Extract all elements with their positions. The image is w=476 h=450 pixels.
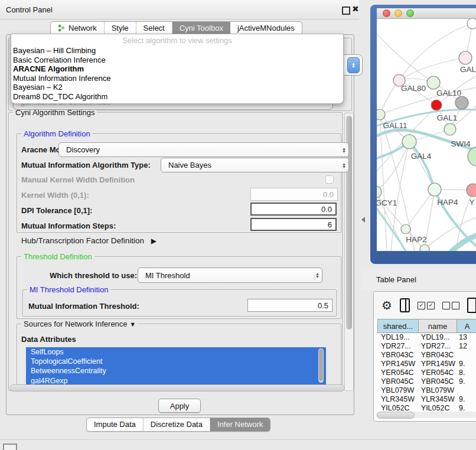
table-header-row: shared... name A — [377, 319, 476, 333]
table-row[interactable]: YDR27...YDR27...12 — [377, 342, 476, 351]
column-header-name[interactable]: name — [419, 319, 457, 333]
network-node[interactable] — [455, 96, 468, 109]
table-cell: YDR27... — [419, 342, 457, 351]
network-node[interactable] — [427, 76, 440, 89]
table-row[interactable]: YPR145WYPR145W9. — [377, 360, 476, 369]
zoom-traffic-light-icon[interactable] — [406, 9, 414, 17]
algorithm-option[interactable]: Dream8 DC_TDC Algorithm — [11, 92, 343, 102]
hub-expander-label: Hub/Transcription Factor Definition — [21, 236, 144, 245]
data-attribute-item[interactable]: SelfLoops — [26, 347, 326, 357]
table-row[interactable]: YBR043CYBR043C — [377, 351, 476, 360]
network-node[interactable] — [401, 224, 410, 234]
column-header-shared-name[interactable]: shared... — [377, 319, 419, 333]
table-cell: YPR145W — [377, 360, 419, 369]
network-node[interactable] — [444, 123, 456, 135]
sources-group-title: Sources for Network Inference ▼ — [21, 319, 138, 328]
deselect-all-checkboxes-icon[interactable] — [442, 302, 459, 309]
table-cell: 9. — [457, 377, 476, 386]
dpi-tolerance-label: DPI Tolerance [0,1]: — [21, 206, 92, 215]
minimized-panel-icon[interactable] — [3, 444, 17, 450]
settings-horizontal-scrollbar[interactable] — [9, 384, 345, 392]
export-table-icon[interactable] — [467, 298, 476, 313]
attributes-scrollbar[interactable] — [318, 348, 324, 383]
network-icon — [58, 24, 66, 32]
table-hscroll-thumb[interactable] — [377, 412, 415, 419]
data-attributes-list[interactable]: SelfLoopsTopologicalCoefficientBetweenne… — [26, 347, 326, 386]
data-attributes-label: Data Attributes — [21, 335, 76, 344]
which-threshold-label: Which threshold to use: — [50, 271, 137, 280]
table-row[interactable]: YER054CYER054C8. — [377, 369, 476, 377]
network-node-label: GCY1 — [376, 198, 397, 207]
network-canvas[interactable]: GALGAL80GAL10GAL1GAL11GAL4SWI4HAP4YGCY1H… — [370, 5, 476, 264]
split-pane-collapse-arrow-icon[interactable] — [361, 217, 365, 223]
tab-select[interactable]: Select — [136, 22, 172, 35]
algorithm-option[interactable]: Bayesian – Hill Climbing — [11, 46, 343, 56]
combobox-spinner-icon[interactable]: ▲▼ — [347, 57, 360, 73]
mi-threshold-field[interactable]: 0.5 — [247, 299, 332, 312]
dpi-tolerance-field[interactable]: 0.0 — [250, 203, 337, 216]
mi-steps-field[interactable]: 6 — [250, 218, 337, 231]
network-node[interactable] — [374, 109, 385, 120]
network-node[interactable] — [420, 244, 429, 254]
close-icon[interactable]: ✖ — [352, 4, 359, 14]
table-row[interactable]: YLR345WYLR345W9. — [377, 395, 476, 404]
network-node[interactable] — [370, 186, 382, 198]
column-header-partial[interactable]: A — [457, 319, 476, 333]
tab-jactivemnodules[interactable]: jActiveMNodules — [230, 22, 302, 35]
algorithm-option[interactable]: ARACNE Algorithm — [11, 64, 343, 74]
close-traffic-light-icon[interactable] — [383, 9, 390, 17]
tab-network[interactable]: Network — [51, 22, 105, 35]
hub-expander[interactable]: Hub/Transcription Factor Definition ▶ — [21, 236, 157, 245]
network-node[interactable] — [431, 100, 442, 110]
tab-style[interactable]: Style — [105, 22, 136, 35]
mi-type-combobox[interactable]: Naive Bayes ▲▼ — [161, 158, 349, 172]
tab-impute-data[interactable]: Impute Data — [87, 418, 144, 431]
tab-infer-network[interactable]: Infer Network — [210, 418, 270, 431]
network-node[interactable] — [428, 183, 441, 196]
algorithm-option[interactable]: Bayesian – K2 — [11, 83, 343, 92]
float-window-icon[interactable] — [342, 6, 350, 15]
attributes-scrollbar-thumb[interactable] — [319, 349, 323, 381]
control-panel-titlebar — [0, 0, 359, 19]
table-row[interactable]: YBL079WYBL079W — [377, 386, 476, 395]
gear-icon[interactable]: ⚙ — [382, 298, 392, 312]
network-node-label: GAL80 — [401, 84, 426, 93]
table-cell: YBR045C — [419, 377, 457, 386]
tab-discretize-data[interactable]: Discretize Data — [144, 418, 210, 431]
data-attribute-item[interactable]: BetweennessCentrality — [26, 366, 326, 376]
table-row[interactable]: YDL19...YDL19...13 — [377, 333, 476, 342]
mi-steps-label: Mutual Information Steps: — [21, 221, 116, 230]
columns-icon[interactable] — [400, 298, 410, 312]
network-window-titlebar[interactable] — [377, 8, 476, 19]
network-node[interactable] — [467, 184, 476, 197]
node-table: shared... name A YDL19...YDL19...13YDR27… — [377, 319, 476, 413]
algorithm-option[interactable]: Mutual Information Inference — [11, 74, 343, 83]
manual-kernel-checkbox[interactable] — [325, 175, 334, 184]
table-rows: YDL19...YDL19...13YDR27...YDR27...12YBR0… — [377, 333, 476, 413]
network-node-label: HAP2 — [406, 235, 426, 244]
table-cell: YDR27... — [377, 342, 419, 351]
expander-down-arrow-icon[interactable]: ▼ — [129, 321, 136, 328]
kernel-width-field[interactable]: 0.0 — [250, 188, 338, 201]
which-threshold-combobox[interactable]: MI Threshold ▲▼ — [138, 268, 322, 283]
combobox-spinner-icon: ▲▼ — [338, 147, 346, 153]
tab-cyni-toolbox[interactable]: Cyni Toolbox — [172, 22, 230, 35]
table-horizontal-scrollbar[interactable] — [376, 412, 476, 418]
select-all-checkboxes-icon[interactable]: ✓✓ — [418, 302, 435, 309]
combobox-spinner-icon: ▲▼ — [312, 272, 319, 278]
network-node[interactable] — [459, 51, 472, 64]
apply-button[interactable]: Apply — [158, 399, 201, 413]
table-cell: YBR043C — [419, 351, 457, 360]
minimize-traffic-light-icon[interactable] — [395, 9, 402, 17]
expander-right-arrow-icon[interactable]: ▶ — [151, 237, 157, 245]
data-attribute-item[interactable]: TopologicalCoefficient — [26, 357, 326, 366]
aracne-mode-combobox[interactable]: Discovery ▲▼ — [58, 142, 349, 157]
table-row[interactable]: YBR045CYBR045C9. — [377, 377, 476, 386]
table-cell: 8. — [457, 369, 476, 377]
table-cell: 9. — [457, 360, 476, 369]
algorithm-option[interactable]: Basic Correlation Inference — [11, 56, 343, 65]
network-node[interactable] — [402, 135, 416, 149]
mi-type-value: Naive Bayes — [168, 161, 211, 169]
network-node[interactable] — [467, 18, 476, 29]
table-cell: YER054C — [377, 369, 419, 377]
